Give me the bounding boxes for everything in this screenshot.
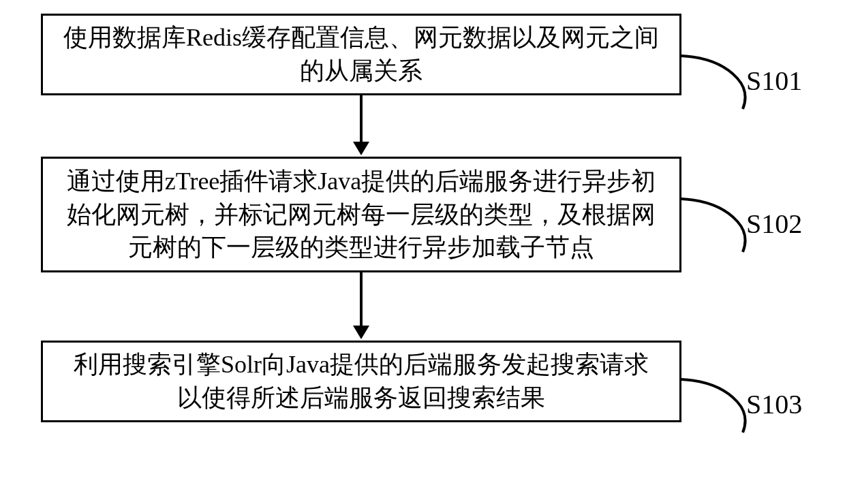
- step-text-s101: 使用数据库Redis缓存配置信息、网元数据以及网元之间的从属关系: [62, 21, 660, 87]
- step-label-s101: S101: [746, 65, 802, 97]
- step-box-s101: 使用数据库Redis缓存配置信息、网元数据以及网元之间的从属关系: [41, 14, 681, 95]
- connector-swoosh-s103: [681, 378, 750, 436]
- step-text-s102: 通过使用zTree插件请求Java提供的后端服务进行异步初始化网元树，并标记网元…: [62, 165, 660, 264]
- arrow-line: [360, 95, 363, 143]
- step-box-s103: 利用搜索引擎Solr向Java提供的后端服务发起搜索请求以使得所述后端服务返回搜…: [41, 341, 681, 422]
- step-label-s103: S103: [746, 388, 802, 420]
- connector-swoosh-s101: [681, 54, 750, 112]
- arrow-line: [360, 272, 363, 327]
- step-text-s103: 利用搜索引擎Solr向Java提供的后端服务发起搜索请求以使得所述后端服务返回搜…: [62, 348, 660, 414]
- flowchart-canvas: 使用数据库Redis缓存配置信息、网元数据以及网元之间的从属关系 S101 通过…: [0, 0, 845, 504]
- arrow-head-icon: [353, 326, 369, 339]
- connector-swoosh-s102: [681, 198, 750, 255]
- step-label-s102: S102: [746, 208, 802, 240]
- arrow-head-icon: [353, 142, 369, 155]
- step-box-s102: 通过使用zTree插件请求Java提供的后端服务进行异步初始化网元树，并标记网元…: [41, 157, 681, 272]
